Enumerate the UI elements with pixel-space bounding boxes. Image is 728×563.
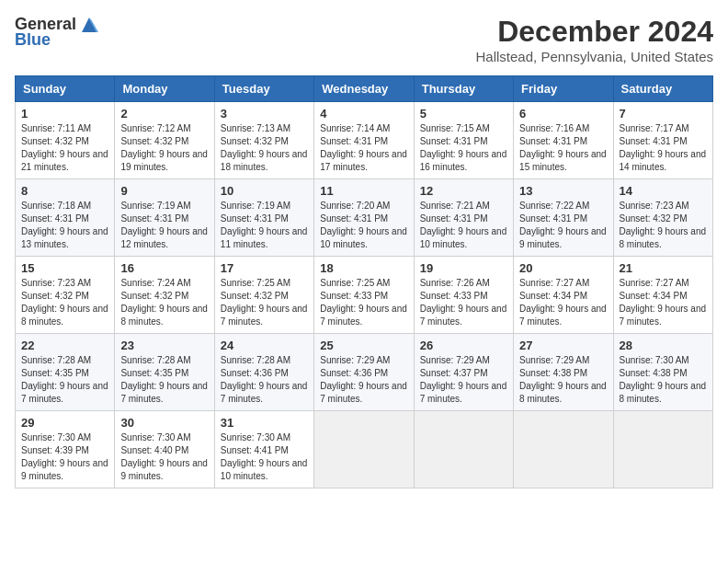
day-info: Sunrise: 7:16 AMSunset: 4:31 PMDaylight:… — [519, 122, 607, 174]
calendar-cell: 5Sunrise: 7:15 AMSunset: 4:31 PMDaylight… — [414, 102, 513, 179]
day-number: 15 — [21, 261, 108, 275]
month-title: December 2024 — [476, 15, 713, 49]
day-number: 8 — [21, 184, 108, 198]
day-info: Sunrise: 7:28 AMSunset: 4:35 PMDaylight:… — [21, 354, 108, 406]
calendar-cell: 12Sunrise: 7:21 AMSunset: 4:31 PMDayligh… — [414, 179, 513, 257]
calendar-cell — [514, 411, 613, 488]
day-number: 31 — [221, 416, 308, 430]
calendar-cell: 19Sunrise: 7:26 AMSunset: 4:33 PMDayligh… — [414, 257, 513, 334]
day-number: 1 — [21, 107, 108, 121]
day-number: 2 — [120, 107, 208, 121]
day-number: 6 — [519, 107, 607, 121]
day-header-sunday: Sunday — [16, 76, 115, 102]
day-header-monday: Monday — [115, 76, 214, 102]
day-number: 20 — [519, 261, 607, 275]
day-header-wednesday: Wednesday — [314, 76, 414, 102]
calendar-cell: 27Sunrise: 7:29 AMSunset: 4:38 PMDayligh… — [514, 334, 613, 411]
calendar-cell: 13Sunrise: 7:22 AMSunset: 4:31 PMDayligh… — [514, 179, 613, 257]
calendar-cell: 14Sunrise: 7:23 AMSunset: 4:32 PMDayligh… — [613, 179, 712, 257]
day-number: 13 — [519, 184, 607, 198]
day-number: 19 — [420, 261, 507, 275]
calendar-cell: 23Sunrise: 7:28 AMSunset: 4:35 PMDayligh… — [115, 334, 214, 411]
calendar-cell: 4Sunrise: 7:14 AMSunset: 4:31 PMDaylight… — [314, 102, 414, 179]
calendar-cell: 15Sunrise: 7:23 AMSunset: 4:32 PMDayligh… — [16, 257, 115, 334]
day-info: Sunrise: 7:30 AMSunset: 4:39 PMDaylight:… — [21, 431, 108, 483]
calendar-cell: 1Sunrise: 7:11 AMSunset: 4:32 PMDaylight… — [16, 102, 115, 179]
day-info: Sunrise: 7:15 AMSunset: 4:31 PMDaylight:… — [420, 122, 507, 174]
day-info: Sunrise: 7:30 AMSunset: 4:38 PMDaylight:… — [620, 354, 707, 406]
calendar-cell: 9Sunrise: 7:19 AMSunset: 4:31 PMDaylight… — [115, 179, 214, 257]
day-number: 14 — [620, 184, 707, 198]
calendar-header-row: SundayMondayTuesdayWednesdayThursdayFrid… — [16, 76, 713, 102]
header: General Blue December 2024 Hallstead, Pe… — [15, 15, 713, 64]
day-info: Sunrise: 7:12 AMSunset: 4:32 PMDaylight:… — [120, 122, 208, 174]
day-number: 25 — [320, 339, 407, 352]
day-info: Sunrise: 7:29 AMSunset: 4:38 PMDaylight:… — [519, 354, 607, 406]
day-header-saturday: Saturday — [613, 76, 712, 102]
day-number: 3 — [221, 107, 308, 121]
day-info: Sunrise: 7:29 AMSunset: 4:36 PMDaylight:… — [320, 354, 407, 406]
day-number: 5 — [420, 107, 507, 121]
calendar-cell: 29Sunrise: 7:30 AMSunset: 4:39 PMDayligh… — [16, 411, 115, 488]
calendar-cell: 3Sunrise: 7:13 AMSunset: 4:32 PMDaylight… — [214, 102, 313, 179]
calendar-week-row: 1Sunrise: 7:11 AMSunset: 4:32 PMDaylight… — [16, 102, 713, 179]
day-number: 7 — [620, 107, 707, 121]
day-info: Sunrise: 7:19 AMSunset: 4:31 PMDaylight:… — [221, 200, 308, 251]
day-number: 23 — [120, 339, 208, 352]
calendar-cell: 30Sunrise: 7:30 AMSunset: 4:40 PMDayligh… — [115, 411, 214, 488]
calendar-cell — [414, 411, 513, 488]
day-info: Sunrise: 7:25 AMSunset: 4:32 PMDaylight:… — [221, 277, 308, 328]
calendar-cell: 2Sunrise: 7:12 AMSunset: 4:32 PMDaylight… — [115, 102, 214, 179]
day-info: Sunrise: 7:26 AMSunset: 4:33 PMDaylight:… — [420, 277, 507, 328]
day-info: Sunrise: 7:28 AMSunset: 4:35 PMDaylight:… — [120, 354, 208, 406]
calendar-cell: 18Sunrise: 7:25 AMSunset: 4:33 PMDayligh… — [314, 257, 414, 334]
day-info: Sunrise: 7:20 AMSunset: 4:31 PMDaylight:… — [320, 200, 407, 251]
day-number: 11 — [320, 184, 407, 198]
calendar-cell: 11Sunrise: 7:20 AMSunset: 4:31 PMDayligh… — [314, 179, 414, 257]
svg-marker-0 — [82, 17, 97, 32]
day-info: Sunrise: 7:23 AMSunset: 4:32 PMDaylight:… — [21, 277, 108, 328]
calendar-cell: 6Sunrise: 7:16 AMSunset: 4:31 PMDaylight… — [514, 102, 613, 179]
calendar-cell: 8Sunrise: 7:18 AMSunset: 4:31 PMDaylight… — [16, 179, 115, 257]
day-number: 17 — [221, 261, 308, 275]
day-number: 22 — [21, 339, 108, 352]
calendar-cell: 20Sunrise: 7:27 AMSunset: 4:34 PMDayligh… — [514, 257, 613, 334]
day-info: Sunrise: 7:27 AMSunset: 4:34 PMDaylight:… — [519, 277, 607, 328]
day-number: 29 — [21, 416, 108, 430]
day-info: Sunrise: 7:30 AMSunset: 4:41 PMDaylight:… — [221, 431, 308, 483]
calendar-cell: 28Sunrise: 7:30 AMSunset: 4:38 PMDayligh… — [613, 334, 712, 411]
day-info: Sunrise: 7:23 AMSunset: 4:32 PMDaylight:… — [620, 200, 707, 251]
logo-icon — [78, 16, 100, 34]
day-info: Sunrise: 7:22 AMSunset: 4:31 PMDaylight:… — [519, 200, 607, 251]
day-header-tuesday: Tuesday — [214, 76, 313, 102]
calendar-cell: 22Sunrise: 7:28 AMSunset: 4:35 PMDayligh… — [16, 334, 115, 411]
day-info: Sunrise: 7:19 AMSunset: 4:31 PMDaylight:… — [120, 200, 208, 251]
calendar-week-row: 15Sunrise: 7:23 AMSunset: 4:32 PMDayligh… — [16, 257, 713, 334]
day-header-friday: Friday — [514, 76, 613, 102]
day-info: Sunrise: 7:11 AMSunset: 4:32 PMDaylight:… — [21, 122, 108, 174]
day-info: Sunrise: 7:29 AMSunset: 4:37 PMDaylight:… — [420, 354, 507, 406]
day-info: Sunrise: 7:30 AMSunset: 4:40 PMDaylight:… — [120, 431, 208, 483]
day-number: 10 — [221, 184, 308, 198]
calendar-cell: 31Sunrise: 7:30 AMSunset: 4:41 PMDayligh… — [214, 411, 313, 488]
day-number: 24 — [221, 339, 308, 352]
day-number: 4 — [320, 107, 407, 121]
calendar-cell — [314, 411, 414, 488]
day-number: 28 — [620, 339, 707, 352]
day-info: Sunrise: 7:25 AMSunset: 4:33 PMDaylight:… — [320, 277, 407, 328]
calendar-cell: 24Sunrise: 7:28 AMSunset: 4:36 PMDayligh… — [214, 334, 313, 411]
calendar-cell: 21Sunrise: 7:27 AMSunset: 4:34 PMDayligh… — [613, 257, 712, 334]
day-number: 30 — [120, 416, 208, 430]
calendar-week-row: 29Sunrise: 7:30 AMSunset: 4:39 PMDayligh… — [16, 411, 713, 488]
calendar-table: SundayMondayTuesdayWednesdayThursdayFrid… — [15, 75, 713, 488]
day-info: Sunrise: 7:13 AMSunset: 4:32 PMDaylight:… — [221, 122, 308, 174]
calendar-cell — [613, 411, 712, 488]
calendar-week-row: 8Sunrise: 7:18 AMSunset: 4:31 PMDaylight… — [16, 179, 713, 257]
day-number: 18 — [320, 261, 407, 275]
calendar-cell: 7Sunrise: 7:17 AMSunset: 4:31 PMDaylight… — [613, 102, 712, 179]
calendar-cell: 16Sunrise: 7:24 AMSunset: 4:32 PMDayligh… — [115, 257, 214, 334]
day-number: 26 — [420, 339, 507, 352]
day-number: 27 — [519, 339, 607, 352]
day-info: Sunrise: 7:27 AMSunset: 4:34 PMDaylight:… — [620, 277, 707, 328]
calendar-week-row: 22Sunrise: 7:28 AMSunset: 4:35 PMDayligh… — [16, 334, 713, 411]
